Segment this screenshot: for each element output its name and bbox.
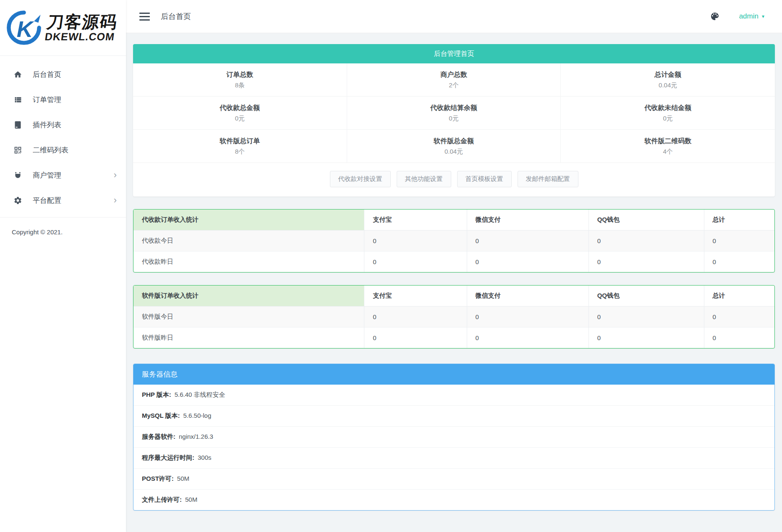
sidebar-item-orders[interactable]: 订单管理 — [0, 87, 126, 112]
caret-down-icon: ▾ — [762, 13, 764, 19]
column-header-total: 总计 — [704, 210, 774, 231]
table-header-row: 软件版订单收入统计 支付宝 微信支付 QQ钱包 总计 — [133, 286, 774, 307]
logo[interactable]: K 刀客源码 DKEWL.COM — [0, 0, 126, 56]
sidebar-footer: Copyright © 2021. — [0, 217, 126, 246]
server-row-value: 5.6.50-log — [183, 412, 212, 419]
stat-software-qrcodes: 软件版二维码数 4个 — [561, 130, 775, 163]
software-income-table: 软件版订单收入统计 支付宝 微信支付 QQ钱包 总计 软件版今日 0 0 0 — [133, 285, 775, 349]
cell-value: 0 — [467, 231, 588, 252]
server-info-panel: 服务器信息 PHP 版本:5.6.40 非线程安全 MySQL 版本:5.6.5… — [133, 364, 775, 511]
table-row: 软件版昨日 0 0 0 0 — [133, 328, 774, 349]
stat-value: 0.04元 — [445, 148, 463, 156]
sidebar-item-platform-config[interactable]: 平台配置 › — [0, 188, 126, 213]
stat-label: 总计金额 — [654, 71, 681, 79]
stat-label: 代收款总金额 — [220, 104, 260, 113]
server-row-post-limit: POST许可:50M — [133, 469, 774, 490]
row-label: 软件版今日 — [133, 307, 364, 328]
menu-toggle-icon[interactable] — [139, 11, 151, 22]
settings-gear-icon — [13, 195, 23, 205]
chevron-right-icon: › — [114, 170, 117, 180]
table-header-row: 代收款订单收入统计 支付宝 微信支付 QQ钱包 总计 — [133, 210, 774, 231]
other-functions-button[interactable]: 其他功能设置 — [397, 171, 451, 187]
server-row-value: 50M — [177, 475, 189, 482]
cell-value: 0 — [704, 328, 774, 349]
table-title: 代收款订单收入统计 — [133, 210, 364, 231]
merchant-magnet-icon — [13, 170, 23, 180]
table-title: 软件版订单收入统计 — [133, 286, 364, 307]
sidebar-item-label: 订单管理 — [33, 95, 117, 105]
chevron-right-icon: › — [114, 196, 117, 205]
stat-label: 软件版总金额 — [434, 137, 474, 146]
server-row-label: POST许可: — [142, 475, 174, 482]
stat-value: 0元 — [235, 115, 245, 123]
app-root: K 刀客源码 DKEWL.COM 后台首页 订单管理 — [0, 0, 782, 532]
stat-value: 0.04元 — [659, 81, 677, 89]
server-row-upload-limit: 文件上传许可:50M — [133, 490, 774, 510]
page-title: 后台首页 — [161, 11, 191, 21]
server-row-max-exec: 程序最大运行时间:300s — [133, 448, 774, 469]
topbar-right: admin ▾ — [710, 11, 764, 21]
server-row-label: PHP 版本: — [142, 391, 171, 398]
svg-text:K: K — [17, 17, 34, 42]
sidebar-item-plugins[interactable]: 插件列表 — [0, 112, 126, 137]
server-row-label: 服务器软件: — [142, 433, 175, 440]
column-header-total: 总计 — [704, 286, 774, 307]
sidebar-menu: 后台首页 订单管理 插件列表 二维码列表 — [0, 56, 126, 213]
stat-collection-total: 代收款总金额 0元 — [133, 97, 347, 130]
stat-total-amount: 总计金额 0.04元 — [561, 63, 775, 97]
email-config-button[interactable]: 发邮件邮箱配置 — [518, 171, 578, 187]
stat-label: 软件版二维码数 — [644, 137, 691, 146]
cell-value: 0 — [467, 328, 588, 349]
cell-value: 0 — [704, 307, 774, 328]
stat-total-merchants: 商户总数 2个 — [347, 63, 561, 97]
stat-value: 4个 — [663, 148, 672, 156]
cell-value: 0 — [588, 231, 704, 252]
home-icon — [13, 69, 23, 79]
column-header-alipay: 支付宝 — [364, 210, 467, 231]
sidebar-item-home[interactable]: 后台首页 — [0, 62, 126, 87]
server-row-value: 300s — [198, 454, 212, 461]
stat-collection-unsettled: 代收款未结金额 0元 — [561, 97, 775, 130]
collection-settings-button[interactable]: 代收款对接设置 — [330, 171, 391, 187]
cell-value: 0 — [364, 231, 467, 252]
dashboard-panel-title: 后台管理首页 — [133, 44, 775, 63]
stat-value: 8个 — [235, 148, 245, 156]
row-label: 代收款昨日 — [133, 252, 364, 273]
sidebar-item-label: 平台配置 — [33, 196, 104, 205]
stat-software-orders: 软件版总订单 8个 — [133, 130, 347, 163]
theme-palette-icon[interactable] — [710, 11, 720, 21]
row-label: 软件版昨日 — [133, 328, 364, 349]
stat-label: 代收款未结金额 — [644, 104, 691, 113]
sidebar-item-merchants[interactable]: 商户管理 › — [0, 162, 126, 188]
main-column: 后台首页 admin ▾ 后台管理首页 订单总数 8条 — [126, 0, 782, 532]
row-label: 代收款今日 — [133, 231, 364, 252]
sidebar-item-label: 二维码列表 — [33, 145, 117, 155]
cell-value: 0 — [364, 252, 467, 273]
table-row: 软件版今日 0 0 0 0 — [133, 307, 774, 328]
topbar-left: 后台首页 — [139, 11, 191, 22]
logo-k-icon: K — [6, 8, 42, 47]
sidebar: K 刀客源码 DKEWL.COM 后台首页 订单管理 — [0, 0, 126, 532]
stat-label: 代收款结算余额 — [430, 104, 477, 113]
user-menu[interactable]: admin ▾ — [739, 12, 764, 21]
order-list-icon — [13, 94, 23, 105]
content-area: 后台管理首页 订单总数 8条 商户总数 2个 总计金额 0.04元 — [126, 33, 782, 532]
stats-grid: 订单总数 8条 商户总数 2个 总计金额 0.04元 代收款总金额 0元 — [133, 63, 775, 163]
cell-value: 0 — [704, 252, 774, 273]
qrcode-icon — [13, 145, 23, 155]
server-info-title: 服务器信息 — [133, 364, 774, 385]
sidebar-item-qrcodes[interactable]: 二维码列表 — [0, 137, 126, 162]
column-header-qq: QQ钱包 — [588, 210, 704, 231]
column-header-wechat: 微信支付 — [467, 210, 588, 231]
stat-label: 软件版总订单 — [220, 137, 260, 146]
stat-value: 8条 — [235, 81, 245, 89]
logo-text: 刀客源码 DKEWL.COM — [44, 13, 119, 43]
cell-value: 0 — [588, 328, 704, 349]
logo-subtitle: DKEWL.COM — [44, 31, 116, 43]
server-row-mysql: MySQL 版本:5.6.50-log — [133, 406, 774, 427]
collection-income-table: 代收款订单收入统计 支付宝 微信支付 QQ钱包 总计 代收款今日 0 0 0 — [133, 209, 775, 273]
home-template-button[interactable]: 首页模板设置 — [457, 171, 512, 187]
server-row-label: 文件上传许可: — [142, 496, 182, 503]
server-row-php: PHP 版本:5.6.40 非线程安全 — [133, 385, 774, 406]
server-row-label: 程序最大运行时间: — [142, 454, 194, 461]
